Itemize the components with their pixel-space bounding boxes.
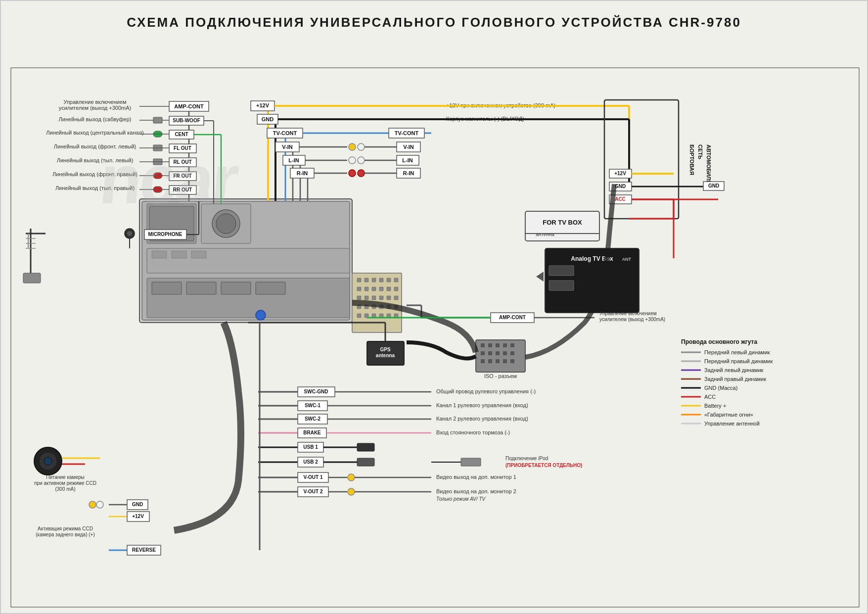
svg-text:BRAKE: BRAKE [303, 430, 321, 435]
svg-rect-199 [503, 351, 507, 355]
svg-point-261 [89, 501, 96, 508]
svg-text:USB 1: USB 1 [303, 444, 318, 450]
svg-text:ANT: ANT [622, 257, 632, 262]
svg-rect-192 [488, 343, 492, 347]
svg-text:при активном режиме CCD: при активном режиме CCD [34, 480, 96, 486]
svg-point-145 [349, 170, 356, 177]
svg-text:GND (Масса): GND (Масса) [704, 385, 737, 391]
svg-text:GND: GND [262, 116, 274, 122]
svg-rect-204 [503, 359, 507, 363]
svg-rect-28 [387, 287, 391, 291]
svg-rect-42 [357, 314, 361, 318]
svg-text:Видео выход на доп. монитор 2: Видео выход на доп. монитор 2 [436, 488, 516, 494]
svg-rect-24 [357, 287, 361, 291]
svg-rect-31 [365, 296, 368, 300]
svg-text:L-IN: L-IN [288, 157, 299, 163]
svg-rect-197 [488, 351, 492, 355]
svg-rect-15 [256, 282, 285, 294]
svg-rect-19 [365, 278, 368, 282]
svg-text:Battery +: Battery + [704, 403, 726, 409]
svg-text:REVERSE: REVERSE [132, 547, 156, 553]
svg-text:СЕТЬ: СЕТЬ [697, 144, 703, 159]
svg-rect-30 [357, 296, 361, 300]
svg-text:Задний левый динамик: Задний левый динамик [704, 367, 764, 373]
svg-text:+12V: +12V [256, 102, 270, 108]
svg-text:AMP-CONT: AMP-CONT [174, 103, 204, 109]
svg-rect-32 [372, 296, 376, 300]
svg-point-137 [358, 157, 365, 164]
svg-point-16 [256, 310, 266, 320]
svg-text:+12V: +12V [614, 171, 626, 176]
svg-marker-159 [536, 272, 544, 282]
svg-rect-20 [372, 278, 376, 282]
svg-text:+12V: +12V [132, 514, 144, 519]
svg-rect-22 [387, 278, 391, 282]
svg-rect-25 [365, 287, 368, 291]
svg-text:БОРТОВАЯ: БОРТОВАЯ [689, 144, 695, 175]
svg-rect-9 [172, 251, 186, 258]
svg-text:антенна: антенна [536, 232, 554, 237]
svg-point-89 [127, 231, 132, 236]
svg-rect-205 [510, 359, 514, 363]
svg-rect-13 [186, 282, 216, 294]
svg-text:ISO - разъем: ISO - разъем [484, 373, 517, 379]
svg-rect-14 [221, 282, 251, 294]
svg-point-136 [349, 157, 356, 164]
svg-text:Управление антенной: Управление антенной [704, 421, 760, 426]
svg-text:antenna: antenna [376, 353, 395, 358]
svg-text:«Габаритные огни»: «Габаритные огни» [704, 412, 753, 418]
svg-text:CENT: CENT [175, 132, 188, 137]
svg-text:V-OUT 2: V-OUT 2 [304, 489, 323, 494]
svg-text:V-IN: V-IN [282, 144, 292, 150]
svg-text:V-IN: V-IN [403, 144, 413, 150]
wiring-diagram: Управление включением усилителем (выход … [1, 36, 868, 614]
svg-text:Линейный выход (сабвуфер): Линейный выход (сабвуфер) [59, 116, 132, 122]
svg-rect-201 [481, 359, 485, 363]
svg-text:ACC: ACC [615, 196, 626, 202]
svg-rect-231 [357, 443, 374, 451]
svg-text:Задний правый динамик: Задний правый динамик [704, 376, 766, 382]
svg-rect-8 [152, 251, 167, 258]
svg-rect-29 [394, 287, 398, 291]
svg-rect-193 [496, 343, 500, 347]
svg-point-262 [96, 501, 103, 508]
svg-rect-12 [152, 282, 182, 294]
svg-text:SWC-GND: SWC-GND [304, 389, 328, 394]
svg-text:Провода основного жгута: Провода основного жгута [681, 338, 757, 345]
svg-point-252 [348, 488, 355, 495]
svg-text:усилителем (выход +300mA): усилителем (выход +300mA) [599, 317, 665, 322]
svg-text:Управление включением: Управление включением [63, 99, 126, 105]
svg-rect-23 [394, 278, 398, 282]
svg-point-127 [349, 143, 356, 150]
svg-text:GND: GND [132, 502, 143, 507]
svg-rect-194 [503, 343, 507, 347]
svg-point-128 [358, 143, 365, 150]
svg-rect-200 [510, 351, 514, 355]
svg-text:FOR TV BOX: FOR TV BOX [543, 219, 582, 226]
svg-text:V-OUT 1: V-OUT 1 [304, 474, 323, 480]
svg-text:USB 2: USB 2 [303, 459, 318, 465]
svg-text:Линейный выход (центральный ка: Линейный выход (центральный канал) [46, 130, 143, 136]
page-title: СХЕМА ПОДКЛЮЧЕНИЯ УНИВЕРСАЛЬНОГО ГОЛОВНО… [127, 15, 741, 30]
svg-text:Только режим AV/ TV: Только режим AV/ TV [436, 496, 486, 502]
svg-text:Подключение iPod: Подключение iPod [505, 456, 548, 461]
svg-text:Канал 2 рулевого управления (в: Канал 2 рулевого управления (вход) [436, 416, 528, 422]
svg-rect-18 [357, 278, 361, 282]
svg-rect-56 [153, 117, 162, 123]
svg-rect-21 [379, 278, 383, 282]
svg-text:Общий провод рулевого управлен: Общий провод рулевого управления (-) [436, 388, 536, 394]
svg-text:Вход стояночного тормоза (-): Вход стояночного тормоза (-) [436, 429, 510, 435]
svg-text:усилителем (выход +300mA): усилителем (выход +300mA) [59, 105, 132, 111]
svg-text:AMP-CONT: AMP-CONT [499, 315, 526, 320]
svg-text:Видео выход на доп. монитор 1: Видео выход на доп. монитор 1 [436, 474, 516, 480]
main-container: СХЕМА ПОДКЛЮЧЕНИЯ УНИВЕРСАЛЬНОГО ГОЛОВНО… [0, 0, 868, 614]
svg-text:SWC-1: SWC-1 [305, 403, 321, 408]
watermark: ncar [96, 140, 240, 220]
svg-text:TV-CONT: TV-CONT [395, 130, 419, 136]
svg-text:Передний левый динамик: Передний левый динамик [704, 349, 770, 355]
svg-rect-35 [394, 296, 398, 300]
svg-rect-203 [496, 359, 500, 363]
svg-text:(300 mA): (300 mA) [55, 486, 75, 492]
svg-rect-202 [488, 359, 492, 363]
svg-rect-195 [510, 343, 514, 347]
